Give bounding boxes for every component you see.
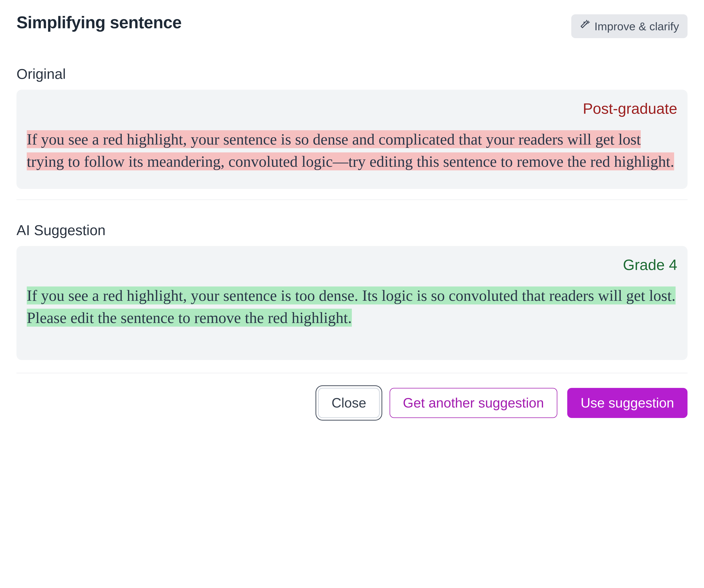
magic-wand-icon bbox=[580, 19, 591, 33]
original-box: Post-graduate If you see a red highlight… bbox=[16, 90, 688, 189]
get-another-suggestion-button[interactable]: Get another suggestion bbox=[390, 388, 557, 418]
dialog-title: Simplifying sentence bbox=[16, 13, 181, 32]
suggestion-label: AI Suggestion bbox=[16, 222, 688, 238]
use-suggestion-button[interactable]: Use suggestion bbox=[567, 388, 688, 418]
suggestion-text: If you see a red highlight, your sentenc… bbox=[27, 284, 677, 329]
dialog-header: Simplifying sentence Improve & clarify bbox=[16, 13, 688, 38]
feature-badge-label: Improve & clarify bbox=[594, 20, 679, 33]
suggestion-box: Grade 4 If you see a red highlight, your… bbox=[16, 246, 688, 360]
original-highlight: If you see a red highlight, your sentenc… bbox=[27, 130, 674, 170]
close-button[interactable]: Close bbox=[318, 388, 379, 418]
footer-divider bbox=[16, 373, 688, 373]
dialog-actions: Close Get another suggestion Use suggest… bbox=[16, 388, 688, 418]
feature-badge: Improve & clarify bbox=[571, 14, 688, 38]
suggestion-highlight: If you see a red highlight, your sentenc… bbox=[27, 286, 676, 327]
original-text: If you see a red highlight, your sentenc… bbox=[27, 128, 677, 172]
original-reading-level: Post-graduate bbox=[27, 100, 677, 117]
original-label: Original bbox=[16, 66, 688, 83]
section-divider bbox=[16, 200, 688, 200]
suggestion-reading-level: Grade 4 bbox=[27, 256, 677, 273]
